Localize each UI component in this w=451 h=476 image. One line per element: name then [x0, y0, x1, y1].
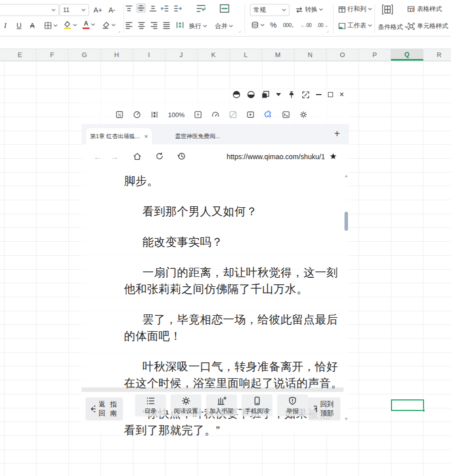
selected-cell[interactable] — [391, 399, 424, 411]
borders-button[interactable] — [44, 22, 58, 30]
wrap-menu-button[interactable]: 换行 — [189, 22, 207, 31]
font-color-button[interactable]: A — [82, 21, 95, 29]
group-expand-icon[interactable]: ⌟ — [118, 28, 120, 33]
text-orientation-button[interactable] — [176, 21, 184, 29]
pin-icon[interactable] — [288, 91, 296, 99]
settings-gear-icon[interactable] — [300, 111, 308, 119]
column-header-G[interactable]: G — [68, 49, 101, 61]
monitor-gauge-icon[interactable] — [212, 111, 220, 119]
reading-settings-button[interactable]: 阅读设置 — [170, 394, 202, 416]
dark-mode-icon[interactable] — [194, 111, 202, 119]
fullscreen-icon[interactable] — [302, 91, 310, 99]
maximize-button[interactable] — [328, 92, 333, 97]
rows-cols-button[interactable]: 行和列 — [338, 5, 372, 14]
bookmark-star-icon[interactable]: ★ — [330, 151, 337, 162]
strikethrough-button[interactable]: A — [30, 22, 34, 30]
column-header-L[interactable]: L — [230, 49, 262, 61]
dropdown-arrow-icon[interactable] — [276, 93, 281, 96]
column-header-J[interactable]: J — [166, 49, 198, 61]
percent-format-button[interactable]: % — [270, 21, 276, 29]
table-style-button[interactable]: 表格样式 — [407, 5, 442, 14]
conditional-format-icon-button[interactable] — [382, 3, 394, 16]
scroll-up-icon[interactable]: ▲ — [344, 173, 348, 178]
history-icon[interactable] — [177, 152, 186, 161]
align-left-button[interactable] — [125, 21, 133, 29]
number-format-select[interactable]: 常规 — [250, 4, 290, 16]
terminal-icon[interactable] — [282, 111, 290, 119]
back-to-top-button[interactable]: 回到顶部 — [308, 397, 340, 420]
conditional-format-button[interactable]: 条件格式 — [378, 23, 408, 32]
decrease-indent-button[interactable] — [160, 5, 169, 13]
worksheet-button[interactable]: 工作表 — [338, 22, 372, 30]
toc-button[interactable]: 目录 — [135, 394, 166, 416]
align-center-button[interactable] — [138, 21, 146, 29]
tab-chapter[interactable]: 第1章 红杏出墙狐... × — [86, 128, 152, 144]
scroll-distance-icon[interactable] — [150, 111, 158, 119]
tab-second[interactable]: 盖世神医免费阅... — [171, 128, 237, 144]
column-header-H[interactable]: H — [101, 49, 134, 61]
url-field[interactable]: https://www.qimao.com/shuku/1 — [226, 153, 325, 161]
group-expand-icon[interactable]: ⌟ — [238, 28, 240, 33]
thousands-format-button[interactable]: 000, — [283, 21, 294, 29]
increase-font-button[interactable]: A+ — [94, 6, 102, 14]
new-tab-button[interactable]: + — [330, 127, 344, 140]
underline-button[interactable]: U — [16, 22, 22, 30]
tab-close-icon[interactable]: × — [144, 133, 148, 140]
close-button[interactable]: × — [340, 91, 344, 99]
font-name-select[interactable] — [0, 4, 59, 16]
forward-icon[interactable]: → — [110, 153, 119, 161]
column-header-O[interactable]: O — [326, 49, 359, 61]
extensions-puzzle-icon[interactable] — [264, 111, 272, 119]
opacity-top-icon[interactable] — [232, 91, 240, 99]
align-top-button[interactable] — [125, 5, 133, 13]
decrease-font-button[interactable]: A- — [108, 6, 116, 14]
picture-in-picture-icon[interactable] — [262, 91, 270, 99]
decrease-decimal-button[interactable]: .00→ — [317, 23, 328, 28]
eraser-button[interactable] — [102, 21, 116, 30]
scrollbar-thumb[interactable] — [344, 212, 348, 231]
mobile-reading-button[interactable]: 手机阅读 — [242, 394, 272, 416]
add-bookshelf-button[interactable]: 加入书架 — [206, 394, 237, 416]
align-justify-button[interactable] — [162, 21, 170, 29]
minimize-button[interactable] — [316, 94, 322, 95]
notion-icon[interactable]: N — [116, 111, 124, 119]
increase-indent-button[interactable] — [174, 5, 182, 13]
cell-style-button[interactable]: 单元格样式 — [407, 22, 448, 31]
formula-bar[interactable] — [0, 37, 451, 49]
increase-decimal-button[interactable]: ←.00 — [300, 23, 312, 28]
fill-color-button[interactable] — [63, 21, 77, 30]
column-header-M[interactable]: M — [262, 49, 294, 61]
align-middle-button[interactable] — [136, 3, 146, 13]
column-header-N[interactable]: N — [294, 49, 327, 61]
align-right-button[interactable] — [150, 21, 158, 29]
refresh-icon[interactable] — [155, 152, 164, 161]
report-button[interactable]: 举报 — [277, 394, 308, 416]
disabled-extension-icon[interactable] — [229, 111, 237, 119]
column-header-E[interactable]: E — [4, 49, 36, 61]
opacity-bottom-icon[interactable] — [247, 91, 255, 99]
font-size-select[interactable]: 11 — [60, 4, 89, 16]
home-icon[interactable] — [132, 152, 142, 161]
column-header-K[interactable]: K — [198, 49, 230, 61]
reader-scrollbar[interactable]: ▲ ▼ — [344, 171, 349, 431]
align-bottom-button[interactable] — [149, 5, 157, 13]
video-player-icon[interactable] — [246, 111, 254, 119]
autowrap-button[interactable] — [195, 3, 207, 15]
italic-button[interactable]: I — [4, 22, 6, 30]
back-icon[interactable]: ← — [94, 153, 102, 161]
speedometer-icon[interactable] — [133, 111, 141, 119]
column-header-P[interactable]: P — [359, 49, 392, 61]
column-header-R[interactable]: R — [424, 49, 451, 61]
column-header-Q[interactable]: Q — [391, 49, 424, 61]
zoom-level-text[interactable]: 100% — [168, 111, 184, 119]
back-guide-button[interactable]: 返回 指南 — [86, 397, 123, 420]
group-expand-icon[interactable]: ⌟ — [326, 28, 328, 33]
column-header-F[interactable]: F — [36, 49, 69, 61]
column-header-I[interactable]: I — [133, 49, 166, 61]
convert-button[interactable]: 转换 — [295, 6, 323, 14]
fill-handle[interactable] — [422, 409, 425, 412]
merge-menu-button[interactable]: 合并 — [215, 22, 233, 31]
merge-center-button[interactable] — [218, 3, 230, 15]
scroll-down-icon[interactable]: ▼ — [344, 416, 348, 421]
currency-format-button[interactable] — [251, 21, 264, 29]
